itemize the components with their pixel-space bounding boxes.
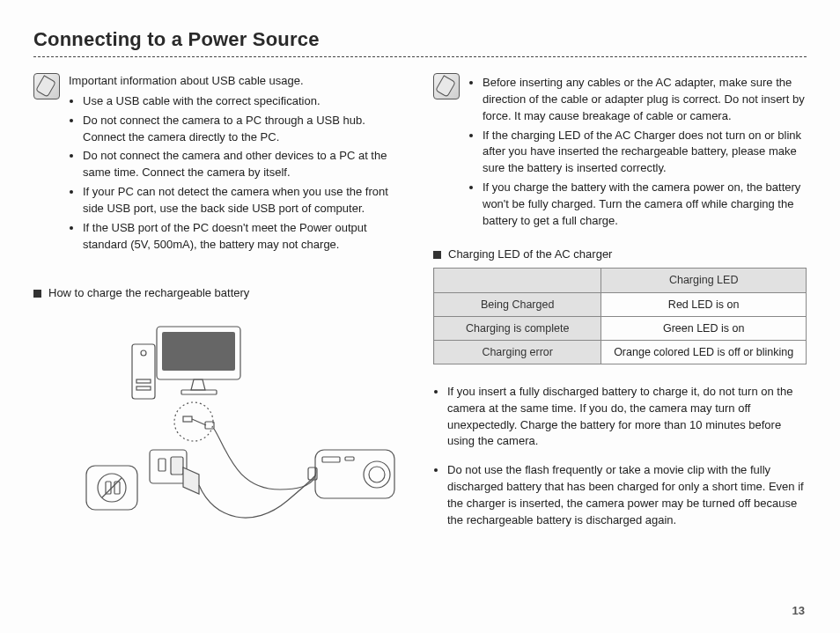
table-cell-label: Being Charged (434, 292, 601, 316)
left-column: Important information about USB cable us… (33, 73, 407, 556)
led-heading: Charging LED of the AC charger (433, 247, 807, 263)
table-header-blank (434, 269, 601, 292)
svg-rect-13 (106, 482, 111, 494)
right-column: Before inserting any cables or the AC ad… (433, 73, 807, 556)
svg-rect-22 (345, 457, 354, 460)
svg-point-20 (369, 467, 385, 482)
list-item: Use a USB cable with the correct specifi… (83, 93, 407, 110)
page-number: 13 (792, 604, 805, 617)
precaution-note-text: Before inserting any cables or the AC ad… (468, 73, 807, 232)
svg-rect-14 (114, 482, 120, 494)
svg-rect-1 (162, 332, 235, 371)
precaution-bullet-list: Before inserting any cables or the AC ad… (468, 75, 807, 230)
title-underline (33, 56, 807, 57)
table-cell-value: Red LED is on (601, 292, 807, 316)
svg-rect-17 (171, 457, 183, 475)
after-table-list: If you insert a fully discharged battery… (433, 384, 807, 529)
svg-rect-3 (132, 344, 155, 399)
svg-rect-6 (136, 386, 151, 390)
table-row: Charging LED (434, 269, 807, 292)
svg-point-19 (364, 461, 390, 488)
list-item: If you charge the battery with the camer… (483, 180, 807, 230)
table-cell-label: Charging error (434, 340, 601, 364)
svg-rect-5 (136, 379, 151, 383)
svg-rect-2 (181, 390, 217, 394)
usb-note-text: Important information about USB cable us… (69, 73, 407, 255)
table-cell-value: Orange colored LED is off or blinking (601, 340, 807, 364)
precaution-note-block: Before inserting any cables or the AC ad… (433, 73, 807, 232)
table-cell-label: Charging is complete (434, 316, 601, 340)
how-to-heading-text: How to charge the rechargeable battery (48, 285, 249, 302)
svg-rect-21 (322, 457, 340, 462)
usb-note-intro: Important information about USB cable us… (69, 73, 407, 90)
led-heading-text: Charging LED of the AC charger (448, 247, 612, 263)
page-title: Connecting to a Power Source (33, 28, 807, 51)
square-bullet-icon (33, 290, 41, 298)
table-row: Being Charged Red LED is on (434, 292, 807, 316)
list-item: Do not connect the camera and other devi… (83, 148, 407, 181)
square-bullet-icon (433, 251, 441, 259)
table-header-led: Charging LED (601, 269, 807, 292)
charging-illustration (51, 318, 403, 556)
list-item: If the charging LED of the AC Charger do… (483, 128, 807, 178)
note-icon (33, 73, 60, 99)
list-item: If you insert a fully discharged battery… (447, 384, 807, 450)
note-icon (433, 73, 460, 99)
svg-rect-8 (183, 416, 192, 422)
svg-rect-16 (158, 459, 166, 471)
led-status-table: Charging LED Being Charged Red LED is on… (433, 268, 807, 364)
table-row: Charging is complete Green LED is on (434, 316, 807, 340)
table-cell-value: Green LED is on (601, 316, 807, 340)
usb-bullet-list: Use a USB cable with the correct specifi… (69, 93, 407, 254)
list-item: If your PC can not detect the camera whe… (83, 184, 407, 217)
content-columns: Important information about USB cable us… (33, 73, 807, 556)
list-item: Do not connect the camera to a PC throug… (83, 113, 407, 146)
svg-point-4 (141, 350, 146, 356)
how-to-heading: How to charge the rechargeable battery (33, 285, 407, 302)
usb-note-block: Important information about USB cable us… (33, 73, 407, 255)
list-item: Do not use the flash frequently or take … (447, 462, 807, 528)
list-item: If the USB port of the PC doesn't meet t… (83, 220, 407, 254)
table-row: Charging error Orange colored LED is off… (434, 340, 807, 364)
svg-line-12 (102, 478, 122, 497)
list-item: Before inserting any cables or the AC ad… (483, 75, 807, 125)
